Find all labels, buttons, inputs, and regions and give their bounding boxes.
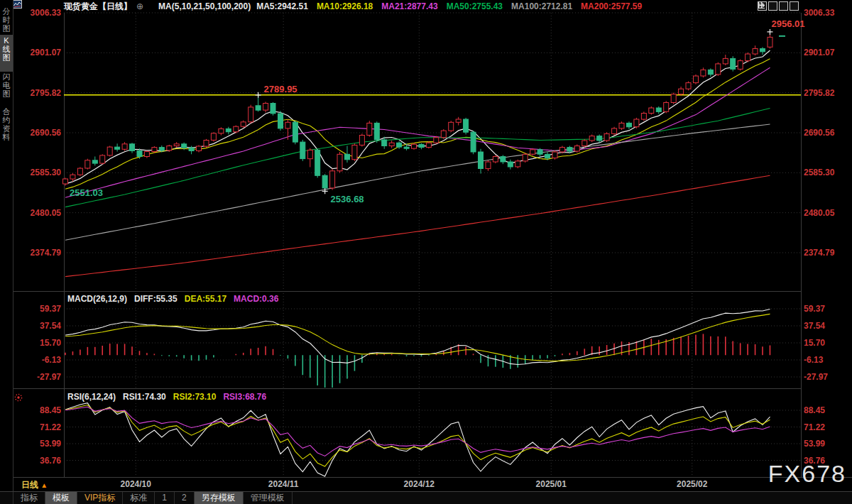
period-label: 日线 [21,480,38,490]
sidebar-item-option[interactable]: 分时图 [0,6,13,37]
axis-tick: 2901.07 [13,48,61,57]
sidebar-item-option[interactable]: 闪电图 [0,71,13,106]
legend-item: RSI(6,12,24) [67,392,116,402]
macd-legend: MACD(26,12,9)DIFF:55.35DEA:55.17MACD:0.3… [67,294,285,304]
legend-item: MACD(26,12,9) [67,294,127,304]
axis-tick: 37.54 [13,321,61,331]
watermark: FX678 [768,460,846,488]
chevron-up-icon: ▲ [40,481,48,489]
date-label: 2024/12 [394,479,444,489]
tab-另存模板[interactable]: 另存模板 [195,492,244,504]
bottom-tab-bar: 指标模板VIP指标标准12另存模板管理模板 [0,491,852,504]
time-axis: 日线 ▲ 2024/102024/112024/122025/012025/02 [0,478,852,491]
tab-指标[interactable]: 指标 [13,492,45,504]
fit-vertical-icon[interactable] [768,1,777,11]
axis-tick: -6.13 [13,355,61,365]
axis-tick: 36.76 [13,456,61,466]
axis-tick: 15.70 [804,338,851,348]
tab-1[interactable]: 1 [155,492,175,504]
legend-item: RSI1:74.30 [123,392,166,402]
axis-tick: 71.22 [804,422,851,432]
ma-legend-item: MA100:2712.81 [511,1,572,11]
date-label: 2024/10 [111,479,160,489]
legend-item: DIFF:55.35 [134,294,178,304]
axis-tick: 88.45 [804,405,851,415]
legend-item: MACD:0.36 [234,294,278,304]
axis-tick: 2795.82 [13,88,61,98]
axis-tick: 2480.05 [13,208,61,218]
ma-params-label: MA(5,10,21,50,100,200) [158,1,251,11]
sidebar-item-active[interactable]: K线图 [0,35,13,72]
axis-tick: 2690.56 [804,128,851,138]
svg-text:2789.95: 2789.95 [264,84,297,94]
axis-tick: 2585.30 [804,168,851,177]
axis-tick: 2374.79 [804,248,851,258]
legend-item: DEA:55.17 [185,294,226,304]
tab-2[interactable]: 2 [175,492,195,504]
axis-tick: 88.45 [13,405,61,415]
chart-type-sidebar: 分时图K线图闪电图合约资料 [0,0,13,491]
ma-legend-item: MA5:2942.51 [256,1,308,11]
sidebar-item-option[interactable]: 合约资料 [0,106,13,150]
axis-tick: 2480.05 [804,208,851,218]
legend-item: RSI2:73.10 [173,392,217,402]
axis-tick: -27.97 [13,372,61,382]
rsi-legend: RSI(6,12,24)RSI1:74.30RSI2:73.10RSI3:68.… [67,392,273,402]
fit-horizontal-icon[interactable] [779,1,788,11]
axis-tick: 53.99 [804,439,851,449]
instrument-title: 现货黄金【日线】 [64,1,132,13]
chart-header: 现货黄金【日线】 ⊕ MA(5,10,21,50,100,200) MA5:29… [13,0,852,13]
tab-VIP指标[interactable]: VIP指标 [77,492,123,504]
trading-app-window: 2789.952551.032536.682956.01 现货黄金【日线】 ⊕ … [0,0,852,504]
legend-item: RSI3:68.76 [223,392,266,402]
chart-toolbar [758,1,799,11]
ma-legend-item: MA50:2755.43 [447,1,503,11]
ma-legend: MA5:2942.51MA10:2926.18MA21:2877.43MA50:… [256,1,650,11]
axis-tick: 15.70 [13,338,61,348]
ma-legend-item: MA21:2877.43 [381,1,437,11]
axis-tick: 2690.56 [13,128,61,138]
ma-legend-item: MA10:2926.18 [317,1,373,11]
svg-text:2551.03: 2551.03 [70,187,103,198]
axis-tick: 59.37 [13,304,61,314]
axis-tick: 71.22 [13,422,61,432]
tab-标准[interactable]: 标准 [123,492,155,504]
add-indicator-icon[interactable]: ⊕ [136,1,143,11]
date-label: 2025/02 [667,479,717,489]
date-label: 2025/01 [526,479,576,489]
tab-管理模板[interactable]: 管理模板 [244,492,293,504]
axis-tick: 2901.07 [804,48,851,57]
chart-type-icon[interactable] [146,2,155,11]
svg-text:2956.01: 2956.01 [772,18,805,29]
svg-text:2536.68: 2536.68 [331,194,364,204]
axis-tick: -27.97 [804,372,851,382]
go-to-latest-icon[interactable] [790,1,799,11]
axis-tick: 37.54 [804,321,851,331]
period-selector[interactable]: 日线 ▲ [21,479,48,491]
axis-tick: 2795.82 [804,88,851,98]
tab-模板[interactable]: 模板 [45,492,77,504]
ma-legend-item: MA200:2577.59 [581,1,642,11]
date-label: 2024/11 [258,479,308,489]
axis-tick: 2585.30 [13,168,61,177]
axis-tick: 59.37 [804,304,851,314]
axis-tick: -6.13 [804,355,851,365]
axis-tick: 53.99 [13,439,61,449]
chart-canvas[interactable]: 2789.952551.032536.682956.01 [0,0,852,504]
axis-tick: 2374.79 [13,248,61,258]
